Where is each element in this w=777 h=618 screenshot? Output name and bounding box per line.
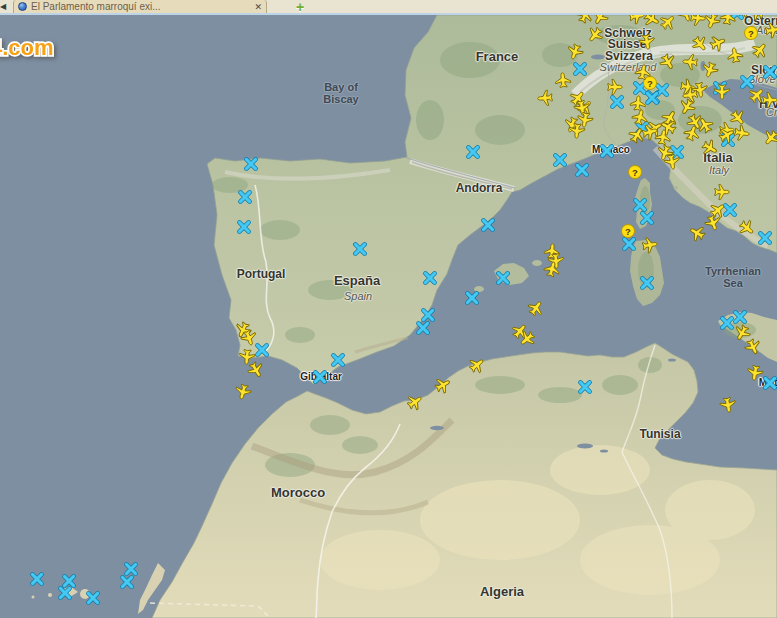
- aircraft-x-icon[interactable]: [481, 218, 496, 233]
- aircraft-icon[interactable]: [763, 20, 777, 40]
- logo-text: 4.com: [0, 35, 54, 60]
- aircraft-x-icon[interactable]: [120, 575, 135, 590]
- aircraft-icon[interactable]: [403, 390, 427, 414]
- svg-text:?: ?: [632, 167, 638, 178]
- tab-close-icon[interactable]: ✕: [254, 2, 262, 12]
- aircraft-icon[interactable]: [762, 92, 777, 109]
- aircraft-x-icon[interactable]: [353, 242, 368, 257]
- aircraft-x-icon[interactable]: [58, 586, 73, 601]
- map-canvas[interactable]: FranceBay of BiscayAndorraEspañaSpainPor…: [0, 0, 777, 618]
- aircraft-icon[interactable]: [554, 71, 572, 89]
- browser-tab-bar: ◀ El Parlamento marroquí exi... ✕ +: [0, 0, 777, 15]
- unknown-aircraft-icon[interactable]: ?: [620, 223, 636, 239]
- aircraft-x-icon[interactable]: [763, 65, 777, 80]
- svg-text:?: ?: [625, 226, 631, 237]
- screenshot-stage: { "browser": { "overflow_arrow": "◀", "t…: [0, 0, 777, 618]
- aircraft-icon[interactable]: [640, 235, 660, 255]
- aircraft-icon[interactable]: [725, 45, 745, 65]
- aircraft-x-icon[interactable]: [30, 572, 45, 587]
- tab-overflow-arrow-icon[interactable]: ◀: [0, 1, 6, 13]
- aircraft-icon[interactable]: [637, 32, 657, 52]
- aircraft-x-icon[interactable]: [573, 62, 588, 77]
- aircraft-x-icon[interactable]: [423, 271, 438, 286]
- aircraft-x-icon[interactable]: [600, 144, 615, 159]
- aircraft-icon[interactable]: [633, 62, 653, 82]
- aircraft-icon[interactable]: [759, 126, 777, 150]
- browser-tab[interactable]: El Parlamento marroquí exi... ✕: [13, 0, 267, 13]
- aircraft-icon[interactable]: [662, 152, 682, 172]
- aircraft-x-icon[interactable]: [553, 153, 568, 168]
- aircraft-icon[interactable]: [699, 59, 721, 81]
- aircraft-icon[interactable]: [656, 50, 679, 73]
- aircraft-icon[interactable]: [680, 85, 700, 105]
- svg-text:?: ?: [748, 28, 754, 39]
- aircraft-icon[interactable]: [681, 53, 699, 71]
- aircraft-icon[interactable]: [735, 216, 759, 240]
- aircraft-x-icon[interactable]: [86, 591, 101, 606]
- flightradar-logo[interactable]: 4.com: [0, 30, 106, 70]
- aircraft-x-icon[interactable]: [578, 380, 593, 395]
- aircraft-icon[interactable]: [748, 38, 772, 62]
- aircraft-icon[interactable]: [465, 353, 489, 377]
- aircraft-x-icon[interactable]: [575, 163, 590, 178]
- aircraft-icon[interactable]: [536, 89, 554, 107]
- aircraft-icon[interactable]: [575, 110, 595, 130]
- aircraft-x-icon[interactable]: [466, 145, 481, 160]
- aircraft-icon[interactable]: [607, 79, 624, 96]
- aircraft-x-icon[interactable]: [465, 291, 480, 306]
- aircraft-x-icon[interactable]: [244, 157, 259, 172]
- aircraft-icon[interactable]: [431, 373, 454, 396]
- aircraft-x-icon[interactable]: [331, 353, 346, 368]
- aircraft-icon[interactable]: [564, 41, 586, 63]
- unknown-aircraft-icon[interactable]: ?: [627, 164, 643, 180]
- aircraft-x-icon[interactable]: [610, 95, 625, 110]
- aircraft-x-icon[interactable]: [640, 276, 655, 291]
- aircraft-icon[interactable]: [745, 363, 765, 383]
- unknown-aircraft-icon[interactable]: ?: [743, 25, 759, 41]
- aircraft-icon[interactable]: [714, 184, 731, 201]
- aircraft-x-icon[interactable]: [255, 343, 270, 358]
- aircraft-x-icon[interactable]: [237, 220, 252, 235]
- new-tab-button[interactable]: +: [296, 0, 304, 15]
- aircraft-x-icon[interactable]: [313, 370, 328, 385]
- aircraft-layer: ????: [0, 0, 777, 618]
- aircraft-x-icon[interactable]: [763, 376, 777, 391]
- aircraft-icon[interactable]: [524, 296, 548, 320]
- aircraft-x-icon[interactable]: [238, 190, 253, 205]
- tab-title: El Parlamento marroquí exi...: [31, 0, 250, 13]
- aircraft-x-icon[interactable]: [640, 211, 655, 226]
- globe-favicon-icon: [18, 2, 27, 11]
- aircraft-x-icon[interactable]: [496, 271, 511, 286]
- aircraft-icon[interactable]: [542, 259, 563, 280]
- aircraft-x-icon[interactable]: [416, 321, 431, 336]
- aircraft-icon[interactable]: [714, 84, 731, 101]
- aircraft-icon[interactable]: [233, 382, 254, 403]
- aircraft-x-icon[interactable]: [758, 231, 773, 246]
- aircraft-icon[interactable]: [698, 136, 721, 159]
- aircraft-icon[interactable]: [718, 395, 738, 415]
